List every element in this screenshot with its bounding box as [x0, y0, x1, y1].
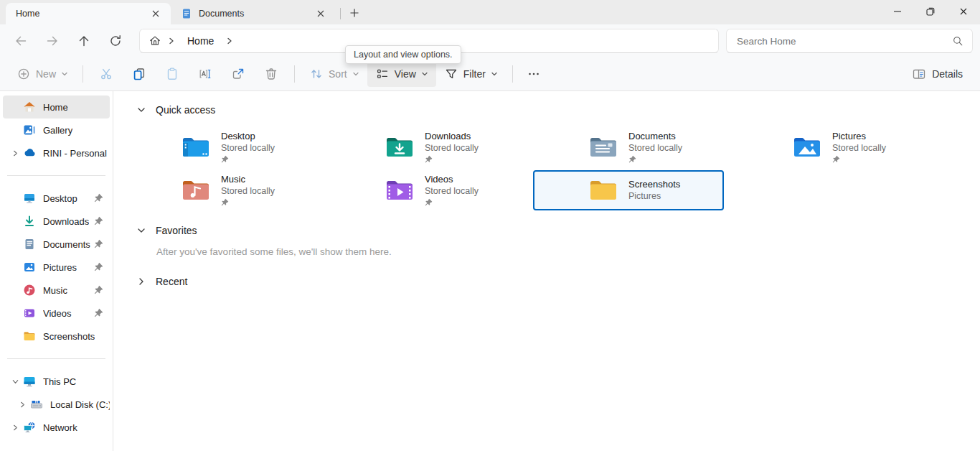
tile-pictures[interactable]: Pictures Stored locally — [737, 127, 928, 167]
tile-screenshots[interactable]: Screenshots Pictures — [533, 170, 724, 210]
tile-desktop[interactable]: Desktop Stored locally — [126, 127, 316, 167]
tooltip: Layout and view options. — [345, 45, 461, 64]
tile-videos[interactable]: Videos Stored locally — [329, 170, 520, 210]
file-explorer-window: Home Documents — [0, 0, 980, 451]
filter-button[interactable]: Filter — [436, 61, 506, 87]
pin-icon — [628, 154, 682, 164]
sidebar-item-onedrive[interactable]: RINI - Personal — [3, 141, 110, 164]
close-button[interactable] — [947, 0, 980, 23]
sort-arrows-icon — [309, 67, 324, 81]
tile-downloads[interactable]: Downloads Stored locally — [329, 127, 520, 167]
share-button[interactable] — [222, 61, 254, 87]
sidebar-item-videos[interactable]: Videos — [3, 302, 110, 325]
sidebar-item-label: Desktop — [43, 193, 77, 204]
sidebar-item-home[interactable]: Home — [3, 96, 110, 118]
pin-icon — [94, 239, 103, 251]
sidebar-item-pictures[interactable]: Pictures — [3, 256, 110, 279]
network-icon — [23, 421, 36, 434]
folder-icon — [23, 330, 36, 343]
section-title: Recent — [156, 276, 187, 287]
section-quick-access[interactable]: Quick access — [114, 101, 980, 118]
sidebar-item-downloads[interactable]: Downloads — [3, 210, 110, 233]
search-icon[interactable] — [949, 35, 972, 47]
search-input[interactable] — [727, 36, 949, 47]
pin-icon — [94, 216, 103, 228]
tile-subtitle: Stored locally — [425, 185, 479, 197]
view-label: View — [395, 68, 416, 80]
chevron-right-icon[interactable] — [7, 149, 23, 157]
cut-button[interactable] — [90, 61, 122, 87]
pin-icon — [221, 154, 275, 164]
chevron-right-icon[interactable] — [14, 401, 30, 409]
breadcrumb-home[interactable]: Home — [182, 34, 220, 48]
restore-button[interactable] — [914, 0, 947, 23]
tab-label: Home — [16, 9, 148, 19]
sidebar-item-gallery[interactable]: Gallery — [3, 118, 110, 141]
section-favorites[interactable]: Favorites — [114, 222, 980, 239]
section-title: Favorites — [156, 225, 197, 236]
copy-button[interactable] — [123, 61, 155, 87]
rename-button[interactable] — [189, 61, 221, 87]
forward-button[interactable] — [37, 28, 67, 54]
chevron-down-icon — [352, 70, 359, 78]
folder-desktop-icon — [182, 136, 210, 159]
chevron-down-icon[interactable] — [7, 378, 23, 386]
tab-strip: Home Documents — [0, 0, 980, 24]
local-disk-icon — [30, 398, 43, 411]
tab-close-icon[interactable] — [313, 6, 329, 22]
details-label: Details — [932, 68, 963, 80]
tab-documents[interactable]: Documents — [171, 3, 336, 24]
sidebar-item-label: This PC — [43, 376, 76, 387]
sidebar-item-local-disk-c[interactable]: Local Disk (C:) — [3, 393, 110, 416]
chevron-down-icon[interactable] — [136, 226, 146, 236]
pictures-icon — [23, 261, 36, 274]
section-title: Quick access — [156, 104, 215, 116]
refresh-button[interactable] — [100, 28, 131, 54]
onedrive-cloud-icon — [23, 147, 36, 159]
sidebar-item-network[interactable]: Network — [3, 416, 110, 439]
chevron-right-icon[interactable] — [7, 424, 23, 432]
new-button[interactable]: New — [9, 61, 76, 87]
tile-name: Screenshots — [628, 179, 680, 190]
sidebar-item-this-pc[interactable]: This PC — [3, 370, 110, 393]
sidebar-item-label: Network — [43, 422, 77, 433]
ellipsis-icon — [527, 67, 541, 81]
tile-subtitle: Stored locally — [628, 142, 682, 154]
chevron-right-icon[interactable] — [222, 37, 237, 45]
tile-music[interactable]: Music Stored locally — [126, 170, 316, 210]
details-button[interactable]: Details — [903, 61, 971, 87]
this-pc-icon — [23, 375, 36, 388]
new-label: New — [36, 68, 56, 80]
sort-button[interactable]: Sort — [301, 61, 367, 87]
chevron-down-icon[interactable] — [136, 105, 146, 115]
up-button[interactable] — [69, 28, 99, 54]
sidebar-item-screenshots[interactable]: Screenshots — [3, 325, 110, 348]
new-tab-button[interactable] — [345, 4, 364, 22]
sidebar-item-label: Home — [43, 102, 68, 113]
toolbar-divider — [294, 65, 295, 83]
search-box — [726, 29, 973, 53]
sidebar-item-desktop[interactable]: Desktop — [3, 187, 110, 210]
tile-name: Pictures — [832, 131, 886, 142]
documents-icon — [23, 238, 36, 251]
section-recent[interactable]: Recent — [114, 273, 980, 290]
music-icon — [23, 284, 36, 297]
tab-home[interactable]: Home — [6, 3, 171, 24]
sidebar-item-music[interactable]: Music — [3, 279, 110, 302]
sidebar-item-label: Downloads — [43, 216, 89, 227]
tile-documents[interactable]: Documents Stored locally — [533, 127, 724, 167]
chevron-right-icon[interactable] — [136, 276, 146, 287]
view-button[interactable]: View — [367, 61, 436, 87]
toolbar-divider — [512, 65, 513, 83]
home-icon[interactable] — [149, 34, 161, 47]
tab-divider — [340, 8, 341, 19]
folder-videos-icon — [385, 179, 414, 202]
tab-close-icon[interactable] — [148, 6, 164, 22]
paste-button[interactable] — [156, 61, 188, 87]
back-button[interactable] — [6, 28, 36, 54]
sidebar-item-documents[interactable]: Documents — [3, 233, 110, 256]
delete-button[interactable] — [255, 61, 287, 87]
folder-screenshots-icon — [589, 179, 618, 202]
minimize-button[interactable] — [881, 0, 914, 23]
more-options-button[interactable] — [520, 61, 547, 87]
